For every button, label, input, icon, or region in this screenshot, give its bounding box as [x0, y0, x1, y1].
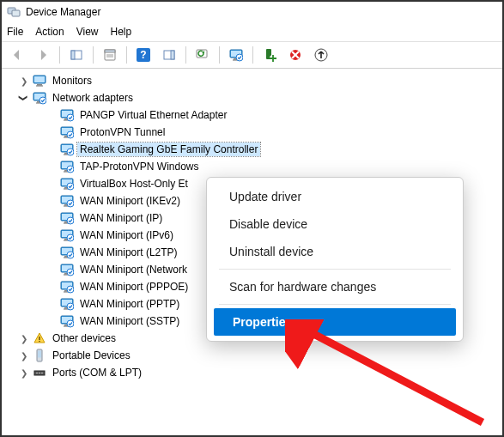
tree-label: Network adapters — [50, 91, 136, 105]
toolbar — [2, 42, 502, 69]
tree-item-portable-devices[interactable]: ❯ Portable Devices — [3, 347, 501, 364]
tree-label: Ports (COM & LPT) — [50, 366, 144, 379]
ctx-uninstall-device[interactable]: Uninstall device — [210, 238, 459, 265]
tree-label: PANGP Virtual Ethernet Adapter — [77, 108, 229, 122]
tree-item-adapter[interactable]: PANGP Virtual Ethernet Adapter — [3, 106, 501, 124]
ctx-disable-device[interactable]: Disable device — [210, 210, 459, 238]
expand-icon[interactable]: ❯ — [19, 350, 29, 361]
tree-label: WAN Miniport (IPv6) — [77, 228, 176, 242]
tree-item-adapter[interactable]: ProtonVPN Tunnel — [3, 124, 501, 141]
network-adapter-icon — [60, 177, 74, 191]
tree-item-network-adapters[interactable]: ❯ Network adapters — [3, 89, 501, 106]
network-adapter-icon — [60, 263, 74, 276]
menu-view[interactable]: View — [76, 26, 99, 38]
network-adapter-icon — [60, 211, 74, 225]
tree-label: WAN Miniport (PPTP) — [77, 297, 182, 311]
portable-device-icon — [33, 349, 46, 362]
monitor-icon — [33, 74, 46, 88]
help-button[interactable] — [131, 44, 155, 66]
tree-label: WAN Miniport (PPPOE) — [77, 280, 191, 294]
tree-label: WAN Miniport (SSTP) — [77, 314, 182, 328]
forward-button — [31, 44, 55, 66]
context-menu: Update driver Disable device Uninstall d… — [206, 177, 464, 342]
network-adapter-icon — [60, 143, 74, 156]
tree-label: ProtonVPN Tunnel — [77, 125, 167, 139]
network-adapter-icon — [60, 246, 74, 259]
network-icon — [33, 91, 46, 105]
warning-icon — [33, 331, 46, 345]
network-adapter-icon — [60, 228, 74, 242]
menu-help[interactable]: Help — [111, 26, 132, 38]
network-adapter-icon — [60, 160, 74, 173]
expand-icon[interactable]: ❯ — [19, 333, 29, 343]
titlebar: Device Manager — [2, 2, 502, 22]
network-adapter-icon — [60, 314, 74, 328]
ctx-properties[interactable]: Properties — [214, 308, 456, 336]
tree-label: TAP-ProtonVPN Windows — [77, 160, 202, 173]
tree-item-monitors[interactable]: ❯ Monitors — [3, 72, 501, 89]
menubar: File Action View Help — [2, 22, 502, 42]
network-adapter-icon — [60, 108, 74, 122]
network-adapter-icon — [60, 297, 74, 311]
tree-label: Portable Devices — [50, 349, 133, 362]
window-title: Device Manager — [26, 6, 100, 18]
tree-item-adapter-selected[interactable]: Realtek Gaming GbE Family Controller — [3, 141, 501, 158]
ctx-update-driver[interactable]: Update driver — [210, 183, 459, 210]
expand-icon[interactable]: ❯ — [19, 76, 29, 86]
expand-icon[interactable]: ❯ — [19, 367, 29, 378]
network-adapter-icon — [60, 125, 74, 139]
tree-label: VirtualBox Host-Only Et — [77, 177, 191, 191]
back-button — [5, 44, 29, 66]
svg-rect-33 — [71, 51, 75, 59]
tree-label: Monitors — [50, 74, 94, 88]
port-icon — [33, 366, 46, 379]
menu-file[interactable]: File — [7, 26, 23, 38]
tree-item-adapter[interactable]: TAP-ProtonVPN Windows — [3, 158, 501, 175]
ctx-separator — [219, 269, 451, 270]
network-adapter-icon — [60, 194, 74, 208]
update-driver-button[interactable] — [224, 44, 248, 66]
scan-hardware-button[interactable] — [191, 44, 215, 66]
menu-action[interactable]: Action — [35, 26, 64, 38]
collapse-icon[interactable]: ❯ — [19, 93, 29, 103]
ctx-separator — [219, 304, 451, 305]
app-icon — [7, 5, 21, 19]
tree-label: Realtek Gaming GbE Family Controller — [77, 143, 260, 156]
properties-button[interactable] — [98, 44, 122, 66]
tree-item-ports[interactable]: ❯ Ports (COM & LPT) — [3, 364, 501, 381]
disable-device-button[interactable] — [283, 44, 307, 66]
svg-rect-35 — [171, 51, 174, 59]
tree-label: WAN Miniport (L2TP) — [77, 246, 180, 259]
tree-label: WAN Miniport (IKEv2) — [77, 194, 183, 208]
show-hide-console-tree-button[interactable] — [64, 44, 88, 66]
ctx-scan-hardware[interactable]: Scan for hardware changes — [210, 273, 459, 300]
tree-label: Other devices — [50, 331, 118, 345]
tree-label: WAN Miniport (IP) — [77, 211, 165, 225]
uninstall-device-button[interactable] — [309, 44, 333, 66]
network-adapter-icon — [60, 280, 74, 294]
tree-label: WAN Miniport (Network — [77, 263, 190, 276]
action-pane-button[interactable] — [157, 44, 181, 66]
enable-device-button[interactable] — [258, 44, 282, 66]
